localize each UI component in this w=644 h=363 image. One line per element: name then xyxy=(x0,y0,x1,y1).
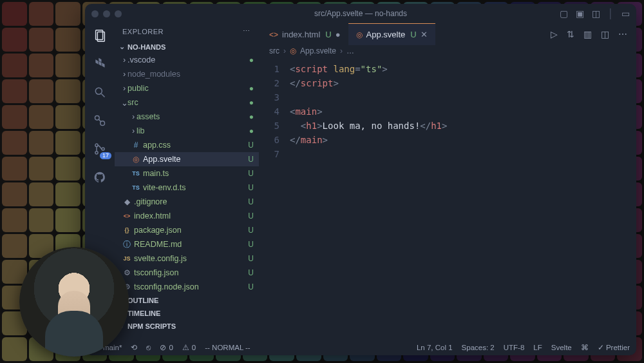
svg-point-5 xyxy=(100,121,105,126)
status-remote-icon[interactable]: ⎋ xyxy=(146,344,151,351)
line-number: 2 xyxy=(259,76,290,90)
chevron-icon: › xyxy=(130,126,137,135)
folder-row[interactable]: ›assets● xyxy=(115,110,259,124)
code-line[interactable]: 2</script> xyxy=(259,76,636,90)
code-content[interactable]: <script lang="ts"> xyxy=(290,62,388,76)
terraform-ext-icon[interactable] xyxy=(91,55,108,72)
layout-customize-icon[interactable]: ▭ xyxy=(621,8,630,19)
git-status-badge: ● xyxy=(243,84,254,93)
file-icon: TS xyxy=(130,170,142,177)
file-row[interactable]: ◎App.svelteU xyxy=(115,152,259,166)
status-spaces[interactable]: Spaces: 2 xyxy=(462,343,495,352)
folder-row[interactable]: ›public● xyxy=(115,81,259,95)
git-compare-icon[interactable]: ⇅ xyxy=(567,29,574,39)
folder-row[interactable]: ›node_modules xyxy=(115,67,259,81)
tree-item-label: assets xyxy=(137,112,243,121)
sidebar-title: EXPLORER xyxy=(122,28,164,35)
file-row[interactable]: <>index.htmlU xyxy=(115,209,259,223)
code-content[interactable] xyxy=(290,147,295,161)
chevron-icon: › xyxy=(130,112,137,121)
file-row[interactable]: {}package.jsonU xyxy=(115,223,259,237)
status-vim-mode: -- NORMAL -- xyxy=(205,344,250,351)
code-line[interactable]: 7 xyxy=(259,147,636,161)
code-line[interactable]: 5 <h1>Look ma, no hands!</h1> xyxy=(259,119,636,133)
status-sync-icon[interactable]: ⟲ xyxy=(131,343,137,352)
breadcrumb-item[interactable]: src xyxy=(269,46,279,55)
git-status-badge: U xyxy=(243,197,254,206)
errors-count: 0 xyxy=(169,344,173,351)
breadcrumb-item[interactable]: App.svelte xyxy=(300,46,336,55)
source-control-icon[interactable]: 17 xyxy=(91,141,108,157)
folder-row[interactable]: ⌄src● xyxy=(115,95,259,110)
code-content[interactable] xyxy=(290,90,295,104)
file-row[interactable]: ⚙tsconfig.jsonU xyxy=(115,266,259,280)
status-errors[interactable]: ⊘ 0 xyxy=(160,343,173,352)
project-section-header[interactable]: ⌄ NO-HANDS xyxy=(115,41,259,53)
file-icon: ◎ xyxy=(290,46,296,55)
split-editor-icon[interactable]: ◫ xyxy=(601,29,609,39)
git-status-badge: U xyxy=(243,240,254,249)
code-line[interactable]: 6</main> xyxy=(259,133,636,147)
layout-sidebar-icon[interactable]: ◫ xyxy=(592,8,600,19)
npm-scripts-section[interactable]: › NPM SCRIPTS xyxy=(115,320,259,333)
tree-item-label: App.svelte xyxy=(143,155,243,164)
git-status-badge: U xyxy=(243,155,254,164)
editor-actions: ▷ ⇅ ▥ ◫ ⋯ xyxy=(551,29,636,39)
breadcrumb[interactable]: src›◎App.svelte›… xyxy=(259,45,636,59)
status-bar: ⎇ main* ⟲ ⎋ ⊘ 0 ⚠ 0 -- NORMAL -- Ln 7, C… xyxy=(85,340,636,355)
sidebar-more-icon[interactable]: ⋯ xyxy=(243,27,251,35)
code-content[interactable]: <h1>Look ma, no hands!</h1> xyxy=(290,119,447,133)
layout-primary-icon[interactable]: ▢ xyxy=(560,8,568,19)
split-preview-icon[interactable]: ▥ xyxy=(583,29,592,39)
status-eol[interactable]: LF xyxy=(533,343,542,352)
file-row[interactable]: JSsvelte.config.jsU xyxy=(115,251,259,266)
tree-item-label: index.html xyxy=(134,211,243,221)
close-icon[interactable] xyxy=(91,10,99,17)
code-line[interactable]: 4<main> xyxy=(259,104,636,119)
more-icon[interactable]: ⋯ xyxy=(618,29,627,39)
file-row[interactable]: TSvite-env.d.tsU xyxy=(115,181,259,195)
folder-row[interactable]: ›.vscode● xyxy=(115,53,259,67)
file-row[interactable]: ⓘREADME.mdU xyxy=(115,237,259,251)
folder-row[interactable]: ›lib● xyxy=(115,124,259,138)
code-line[interactable]: 3 xyxy=(259,90,636,104)
code-line[interactable]: 1<script lang="ts"> xyxy=(259,62,636,76)
status-position[interactable]: Ln 7, Col 1 xyxy=(417,343,453,352)
window-controls[interactable] xyxy=(91,10,122,17)
svg-point-8 xyxy=(95,152,98,154)
outline-section[interactable]: › OUTLINE xyxy=(115,294,259,307)
testing-icon[interactable] xyxy=(91,112,108,129)
search-icon[interactable] xyxy=(91,84,108,101)
chevron-icon: ⌄ xyxy=(121,98,128,108)
unsaved-icon[interactable]: ● xyxy=(336,30,341,39)
editor-tab[interactable]: <>index.htmlU● xyxy=(261,23,348,45)
status-language[interactable]: Svelte xyxy=(551,343,572,352)
explorer-icon[interactable] xyxy=(91,27,108,44)
layout-panel-icon[interactable]: ▣ xyxy=(576,8,584,19)
editor-tab[interactable]: ◎App.svelteU✕ xyxy=(348,23,435,45)
chevron-right-icon: › xyxy=(283,46,286,55)
file-row[interactable]: #app.cssU xyxy=(115,138,259,152)
status-prettier[interactable]: ✓ Prettier xyxy=(598,343,630,352)
file-row[interactable]: TSmain.tsU xyxy=(115,166,259,181)
github-icon[interactable] xyxy=(91,169,108,186)
breadcrumb-item[interactable]: … xyxy=(346,46,354,55)
git-status-badge: U xyxy=(243,141,254,150)
code-content[interactable]: </script> xyxy=(290,76,339,90)
code-content[interactable]: <main> xyxy=(290,104,323,119)
timeline-label: TIMELINE xyxy=(128,309,160,317)
code-editor[interactable]: 1<script lang="ts">2</script>3 4<main>5 … xyxy=(259,59,636,340)
maximize-icon[interactable] xyxy=(115,10,122,17)
status-warnings[interactable]: ⚠ 0 xyxy=(182,343,196,352)
status-encoding[interactable]: UTF-8 xyxy=(504,343,525,352)
code-content[interactable]: </main> xyxy=(290,133,328,147)
timeline-section[interactable]: › TIMELINE xyxy=(115,307,259,320)
run-icon[interactable]: ▷ xyxy=(551,29,558,39)
file-row[interactable]: ⚙tsconfig.node.jsonU xyxy=(115,280,259,294)
status-copilot-icon[interactable]: ⌘ xyxy=(581,343,589,352)
chevron-icon: › xyxy=(121,55,128,64)
minimize-icon[interactable] xyxy=(103,10,110,17)
file-row[interactable]: ◆.gitignoreU xyxy=(115,195,259,209)
close-icon[interactable]: ✕ xyxy=(421,30,428,39)
npm-scripts-label: NPM SCRIPTS xyxy=(128,322,176,330)
